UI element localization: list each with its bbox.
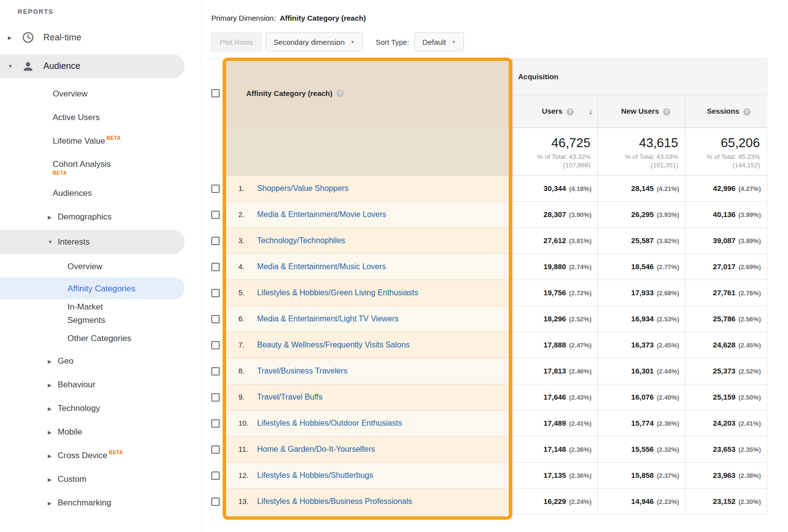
- sidebar-item-cohort-analysis[interactable]: Cohort Analysis BETA: [0, 153, 201, 182]
- primary-dimension-label: Primary Dimension:: [211, 14, 276, 22]
- category-link[interactable]: Lifestyles & Hobbies/Shutterbugs: [257, 471, 373, 479]
- users-column-header[interactable]: Users?↓: [513, 95, 597, 127]
- category-link[interactable]: Technology/Technophiles: [257, 236, 345, 245]
- sidebar-item-in-market-segments[interactable]: In-Market Segments: [0, 299, 201, 328]
- metric-percent: (2.35%): [738, 446, 761, 453]
- chevron-right-icon: ▶: [48, 406, 58, 411]
- metric-value: 27,612: [544, 236, 566, 245]
- sidebar-item-active-users[interactable]: Active Users: [0, 106, 201, 129]
- row-select-cell: [206, 306, 225, 332]
- category-link[interactable]: Home & Garden/Do-It-Yourselfers: [257, 445, 375, 453]
- row-checkbox[interactable]: [211, 237, 220, 245]
- row-checkbox[interactable]: [211, 367, 220, 376]
- new-users-cell: 18,546(2.77%): [597, 254, 685, 280]
- sidebar-item-geo[interactable]: ▶ Geo: [0, 349, 201, 373]
- row-checkbox[interactable]: [211, 185, 220, 193]
- row-checkbox[interactable]: [211, 289, 220, 297]
- chevron-right-icon: ▶: [48, 453, 58, 459]
- row-checkbox[interactable]: [211, 341, 220, 349]
- summary-percent: % of Total: 43.03%: [598, 153, 678, 161]
- sidebar-item-interests[interactable]: ▼ Interests: [0, 230, 185, 254]
- metric-percent: (2.52%): [738, 368, 761, 375]
- category-link[interactable]: Media & Entertainment/Music Lovers: [257, 262, 386, 271]
- help-icon[interactable]: ?: [743, 108, 751, 116]
- help-icon[interactable]: ?: [663, 108, 670, 116]
- metric-value: 16,373: [631, 341, 654, 349]
- sidebar-item-audience-overview[interactable]: Overview: [0, 82, 201, 106]
- category-link[interactable]: Beauty & Wellness/Frequently Visits Salo…: [257, 341, 410, 349]
- category-link[interactable]: Travel/Business Travelers: [257, 367, 347, 375]
- row-checkbox[interactable]: [211, 211, 220, 219]
- category-link[interactable]: Media & Entertainment/Light TV Viewers: [257, 314, 399, 323]
- new-users-cell: 16,076(2.40%): [597, 384, 685, 410]
- row-checkbox[interactable]: [211, 445, 220, 454]
- table-row: 6.Media & Entertainment/Light TV Viewers…: [206, 306, 767, 332]
- row-checkbox[interactable]: [211, 471, 220, 480]
- table-row: 11.Home & Garden/Do-It-Yourselfers17,148…: [206, 437, 767, 463]
- help-icon[interactable]: ?: [566, 108, 574, 116]
- metric-percent: (2.45%): [657, 342, 679, 349]
- metric-value: 15,858: [631, 471, 654, 479]
- row-rank: 13.: [238, 489, 257, 514]
- sidebar-item-label: Benchmarking: [58, 498, 111, 508]
- row-checkbox[interactable]: [211, 263, 220, 271]
- beta-badge: BETA: [109, 450, 123, 455]
- category-link[interactable]: Travel/Travel Buffs: [257, 393, 323, 401]
- table-row: 12.Lifestyles & Hobbies/Shutterbugs17,13…: [206, 463, 767, 489]
- sessions-cell: 25,786(2.56%): [685, 306, 767, 332]
- row-checkbox[interactable]: [211, 419, 220, 428]
- sort-type-button[interactable]: Default ▼: [414, 32, 464, 51]
- column-label: New Users: [621, 107, 659, 115]
- row-checkbox[interactable]: [211, 498, 220, 506]
- sidebar-item-benchmarking[interactable]: ▶ Benchmarking: [0, 491, 201, 515]
- metric-value: 25,159: [713, 393, 736, 401]
- sessions-column-header[interactable]: Sessions?: [685, 95, 767, 127]
- category-cell: 6.Media & Entertainment/Light TV Viewers: [225, 306, 513, 332]
- metric-percent: (2.56%): [738, 315, 761, 323]
- secondary-dimension-button[interactable]: Secondary dimension ▼: [265, 32, 363, 51]
- sessions-cell: 24,628(2.45%): [685, 332, 767, 358]
- category-link[interactable]: Lifestyles & Hobbies/Green Living Enthus…: [257, 288, 418, 297]
- category-link[interactable]: Shoppers/Value Shoppers: [257, 184, 349, 192]
- sidebar-item-custom[interactable]: ▶ Custom: [0, 468, 201, 491]
- summary-value: 65,206: [686, 135, 760, 151]
- help-icon[interactable]: ?: [336, 90, 344, 97]
- new-users-cell: 14,946(2.23%): [597, 489, 685, 515]
- users-cell: 19,880(2.74%): [513, 254, 597, 280]
- dimension-column-header: Affinity Category (reach) ?: [225, 59, 513, 127]
- new-users-cell: 15,556(2.32%): [597, 437, 685, 463]
- sidebar-item-lifetime-value[interactable]: Lifetime Value BETA: [0, 129, 201, 153]
- metric-value: 23,963: [713, 471, 736, 479]
- new-users-column-header[interactable]: New Users?: [597, 95, 685, 127]
- row-checkbox[interactable]: [211, 393, 220, 402]
- row-checkbox[interactable]: [211, 315, 220, 323]
- sort-type-value: Default: [423, 38, 446, 46]
- sidebar-item-mobile[interactable]: ▶ Mobile: [0, 420, 201, 444]
- metric-percent: (2.36%): [569, 446, 591, 453]
- plot-rows-button[interactable]: Plot Rows: [211, 32, 262, 51]
- users-cell: 17,646(2.43%): [513, 384, 597, 410]
- select-all-checkbox[interactable]: [211, 89, 220, 97]
- summary-dimension-cell: [225, 127, 513, 176]
- sidebar-item-interests-overview[interactable]: Overview: [0, 256, 201, 278]
- sidebar-item-audience[interactable]: ▼ Audience: [0, 54, 185, 78]
- metric-percent: (2.23%): [657, 498, 679, 505]
- acquisition-group-header: Acquisition: [513, 59, 767, 95]
- sidebar-item-behaviour[interactable]: ▶ Behaviour: [0, 373, 201, 397]
- row-rank: 4.: [238, 254, 257, 280]
- sidebar-item-demographics[interactable]: ▶ Demographics: [0, 205, 201, 229]
- category-link[interactable]: Lifestyles & Hobbies/Outdoor Enthusiasts: [257, 419, 402, 427]
- category-link[interactable]: Lifestyles & Hobbies/Business Profession…: [257, 497, 412, 505]
- sidebar-item-real-time[interactable]: ▶ Real-time: [0, 24, 201, 51]
- sidebar-item-label: Interests: [58, 237, 90, 247]
- sidebar: REPORTS ▶ Real-time ▼ Audience Overview …: [0, 0, 202, 532]
- sidebar-item-affinity-categories[interactable]: Affinity Categories: [0, 278, 185, 299]
- sidebar-item-technology[interactable]: ▶ Technology: [0, 397, 201, 420]
- sidebar-item-label: Geo: [58, 356, 73, 366]
- table-row: 4.Media & Entertainment/Music Lovers19,8…: [206, 254, 767, 280]
- sidebar-item-cross-device[interactable]: ▶ Cross Device BETA: [0, 444, 201, 468]
- sidebar-item-other-categories[interactable]: Other Categories: [0, 328, 201, 349]
- metric-percent: (3.90%): [569, 211, 591, 219]
- category-link[interactable]: Media & Entertainment/Movie Lovers: [257, 210, 386, 219]
- sidebar-item-audiences[interactable]: Audiences: [0, 182, 201, 205]
